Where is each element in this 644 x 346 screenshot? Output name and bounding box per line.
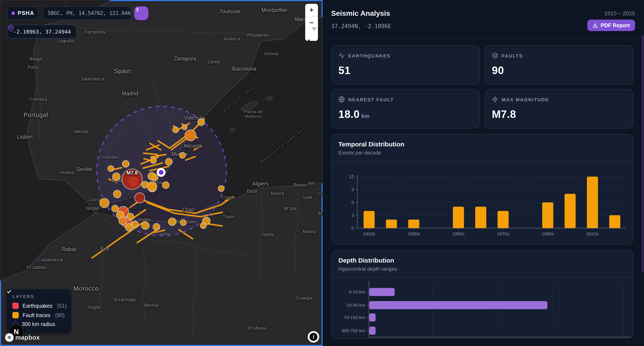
check-icon (7, 289, 12, 294)
earthquake-marker[interactable] (113, 190, 121, 198)
earthquake-marker[interactable] (100, 198, 109, 208)
earthquake-marker[interactable] (119, 217, 126, 225)
map-coordinates-badge[interactable]: -2.10963, 37.24944 (7, 25, 77, 38)
category-label: 0-10 km (349, 289, 365, 294)
earthquake-marker[interactable] (112, 173, 120, 180)
earthquake-marker[interactable] (142, 222, 149, 229)
compass-south-icon (312, 27, 317, 39)
earthquake-marker[interactable] (165, 158, 172, 165)
earthquake-marker[interactable] (153, 223, 160, 230)
x-tick-label: 1950s (452, 231, 464, 236)
compass-north-icon (306, 31, 312, 41)
temporal-bar (475, 207, 486, 228)
layer-label: Fault traces (22, 312, 50, 318)
earthquake-marker[interactable] (168, 218, 176, 226)
x-tick-label: 1910s (363, 231, 375, 236)
layer-count: (51) (57, 303, 66, 309)
earthquake-marker[interactable] (135, 193, 145, 203)
panel-scrollbar[interactable] (642, 35, 644, 272)
depth-bar-chart: 0-10 km10-30 km70-150 km300-700 km (332, 278, 633, 338)
globe-icon (338, 96, 345, 103)
earthquake-marker[interactable] (150, 158, 156, 164)
temporal-bar (542, 202, 553, 228)
temporal-bar (453, 207, 464, 228)
map-canvas[interactable]: SpainPortugalMoroccoToulouseMontpellierM… (0, 0, 323, 346)
layer-checkbox[interactable] (12, 303, 19, 309)
search-go-button[interactable] (134, 6, 148, 20)
layer-checkbox[interactable] (12, 312, 19, 318)
search-input[interactable]: 5BGC, PH, 14.54762, 121.0467 (42, 6, 132, 20)
category-label: 10-30 km (346, 303, 365, 308)
coords-value: -2.10963, 37.24944 (13, 28, 71, 35)
y-tick-label: 0 (352, 226, 354, 230)
compass-button[interactable] (305, 28, 318, 41)
earthquake-marker[interactable] (132, 221, 138, 228)
temporal-bar (587, 176, 598, 228)
earthquake-marker[interactable] (148, 172, 156, 180)
download-icon (593, 22, 598, 28)
layer-toggle-row[interactable]: Earthquakes(51) (12, 303, 65, 309)
attribution-info-button[interactable]: i (308, 331, 319, 343)
earthquake-marker[interactable] (180, 220, 186, 226)
panel-header: Seismic Analysis 1910 – 2025 37.2494N, -… (323, 0, 644, 39)
earthquake-marker[interactable] (182, 125, 187, 130)
temporal-bar (609, 215, 620, 228)
earthquake-marker[interactable] (162, 182, 169, 188)
y-tick-label: 9 (352, 187, 354, 192)
stat-value: M7.8 (492, 108, 626, 120)
earthquake-marker[interactable] (198, 119, 204, 126)
map-zoom-control: + − (305, 4, 318, 41)
earthquake-marker[interactable] (127, 213, 134, 220)
mapbox-mark-icon: ✻ (5, 333, 14, 342)
layer-count: (90) (55, 312, 64, 318)
psha-mode-badge[interactable]: PSHA (7, 6, 38, 20)
x-tick-label: 1990s (542, 231, 554, 236)
temporal-distribution-card: Temporal Distribution Events per decade … (331, 134, 633, 245)
earthquake-marker[interactable] (185, 130, 196, 141)
analysis-panel: Seismic Analysis 1910 – 2025 37.2494N, -… (323, 0, 644, 346)
earthquake-marker[interactable] (172, 127, 178, 133)
stat-card: EARTHQUAKES51 (331, 45, 480, 85)
depth-bar (369, 288, 395, 296)
activity-icon (338, 52, 345, 59)
category-label: 70-150 km (344, 315, 365, 320)
depth-bar (369, 314, 376, 322)
earthquake-marker[interactable] (108, 166, 114, 172)
seismic-app: SpainPortugalMoroccoToulouseMontpellierM… (0, 0, 644, 346)
info-icon: i (310, 333, 318, 341)
earthquake-marker[interactable] (200, 223, 206, 228)
stat-card: NEAREST FAULT18.0km (331, 89, 480, 129)
depth-bar (369, 327, 376, 335)
pdf-report-button[interactable]: PDF Report (588, 19, 635, 31)
analysis-coordinates: 37.2494N, -2.1096E (331, 23, 391, 29)
earthquake-marker[interactable] (218, 185, 224, 191)
depth-chart-title: Depth Distribution (338, 257, 626, 264)
earthquake-marker[interactable] (180, 152, 186, 158)
layers-panel-title: LAYERS (12, 294, 65, 299)
x-tick-label: 2010s (586, 231, 598, 236)
zoom-in-button[interactable]: + (305, 4, 318, 16)
earthquake-marker[interactable] (112, 205, 118, 212)
x-tick-label: 1930s (408, 231, 420, 236)
stat-label: MAX MAGNITUDE (502, 97, 549, 102)
layer-toggle-row[interactable]: Fault traces(90) (12, 312, 65, 318)
temporal-bar (498, 211, 509, 228)
mapbox-wordmark: mapbox (15, 334, 40, 341)
location-pin-icon (8, 25, 14, 31)
zap-icon (492, 96, 498, 103)
panel-title: Seismic Analysis (331, 9, 390, 18)
pdf-report-label: PDF Report (601, 22, 630, 28)
earthquake-marker[interactable] (148, 182, 157, 191)
layer-label: 300 km radius (22, 321, 55, 327)
temporal-bar (564, 194, 576, 228)
selected-location-marker[interactable] (158, 169, 164, 176)
temporal-chart-subtitle: Events per decade (338, 150, 626, 156)
stat-card: FAULTS90 (484, 45, 633, 85)
x-tick-label: 1970s (497, 231, 509, 236)
temporal-chart-title: Temporal Distribution (338, 141, 626, 148)
zoom-out-button[interactable]: − (305, 16, 318, 28)
earthquake-marker[interactable] (122, 161, 129, 167)
mapbox-logo[interactable]: ✻ mapbox (5, 333, 40, 342)
date-range: 1910 – 2025 (604, 10, 635, 16)
psha-label: PSHA (18, 10, 34, 16)
